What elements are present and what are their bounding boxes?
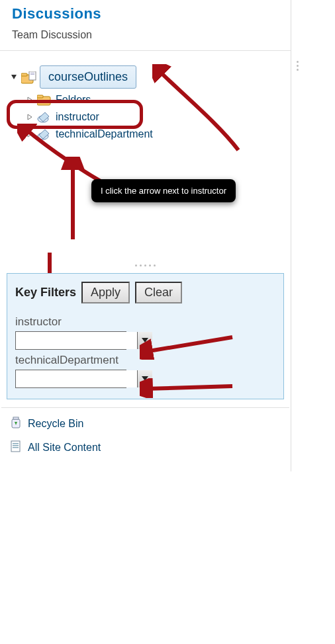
svg-rect-2 [21, 73, 27, 76]
tree-item-technicaldepartment[interactable]: technicalDepartment [11, 126, 283, 143]
tree-item-label: instructor [56, 111, 99, 123]
svg-marker-0 [11, 75, 17, 79]
all-site-content-link[interactable]: All Site Content [9, 436, 281, 460]
filter-input-technicaldepartment[interactable] [16, 370, 137, 387]
discussions-section: Discussions Team Discussion [0, 0, 291, 51]
folder-icon [37, 94, 52, 106]
svg-rect-16 [13, 417, 19, 419]
filter-input-instructor[interactable] [16, 332, 137, 349]
filter-label-technicaldepartment: technicalDepartment [15, 354, 275, 367]
tag-icon [37, 111, 52, 123]
footer-links: Recycle Bin All Site Content [0, 408, 291, 463]
navigation-tree: courseOutlines Folders [0, 51, 291, 262]
key-filters-panel: Key Filters Apply Clear instructor techn… [7, 273, 284, 399]
svg-rect-4 [30, 73, 34, 73]
svg-rect-8 [37, 95, 43, 98]
tree-item-label: technicalDepartment [56, 128, 153, 140]
discussions-title[interactable]: Discussions [12, 5, 279, 22]
svg-rect-21 [13, 447, 19, 448]
tree-root-row: courseOutlines [11, 63, 283, 91]
dropdown-button[interactable] [137, 370, 152, 387]
collapse-icon[interactable] [11, 74, 17, 81]
filter-combo-instructor[interactable] [15, 331, 126, 350]
expand-icon[interactable] [26, 131, 33, 138]
dropdown-button[interactable] [137, 332, 152, 349]
tag-icon [37, 128, 52, 140]
resize-handle-vertical[interactable] [297, 61, 299, 71]
page-icon [9, 440, 23, 456]
svg-marker-6 [28, 97, 32, 102]
expand-icon[interactable] [26, 97, 33, 103]
clear-button[interactable]: Clear [135, 282, 182, 303]
recycle-bin-link[interactable]: Recycle Bin [9, 412, 281, 436]
apply-button[interactable]: Apply [81, 282, 130, 303]
expand-icon[interactable] [26, 114, 33, 120]
resize-handle-horizontal[interactable] [0, 262, 291, 269]
annotation-callout: I click the arrow next to instructor [91, 179, 236, 202]
svg-rect-18 [11, 441, 20, 452]
tree-item-instructor[interactable]: instructor [11, 108, 283, 126]
tree-item-label: Folders [56, 94, 91, 106]
library-icon [21, 71, 36, 83]
filter-combo-technicaldepartment[interactable] [15, 370, 126, 388]
all-site-content-label: All Site Content [28, 442, 101, 454]
key-filters-title: Key Filters [15, 286, 76, 300]
svg-marker-13 [142, 338, 148, 342]
svg-marker-14 [142, 376, 148, 381]
recycle-bin-icon [9, 416, 23, 432]
team-discussion-link[interactable]: Team Discussion [12, 29, 279, 41]
annotation-arrow [60, 157, 86, 243]
filter-label-instructor: instructor [15, 315, 275, 329]
svg-rect-5 [30, 74, 34, 75]
svg-marker-11 [28, 132, 32, 137]
svg-marker-9 [28, 114, 32, 120]
svg-rect-19 [13, 443, 19, 444]
recycle-bin-label: Recycle Bin [28, 418, 83, 430]
svg-rect-3 [29, 71, 36, 80]
annotation-arrow [140, 378, 239, 398]
tree-item-folders[interactable]: Folders [11, 91, 283, 108]
tree-root-label[interactable]: courseOutlines [40, 65, 136, 89]
svg-rect-20 [13, 445, 19, 446]
